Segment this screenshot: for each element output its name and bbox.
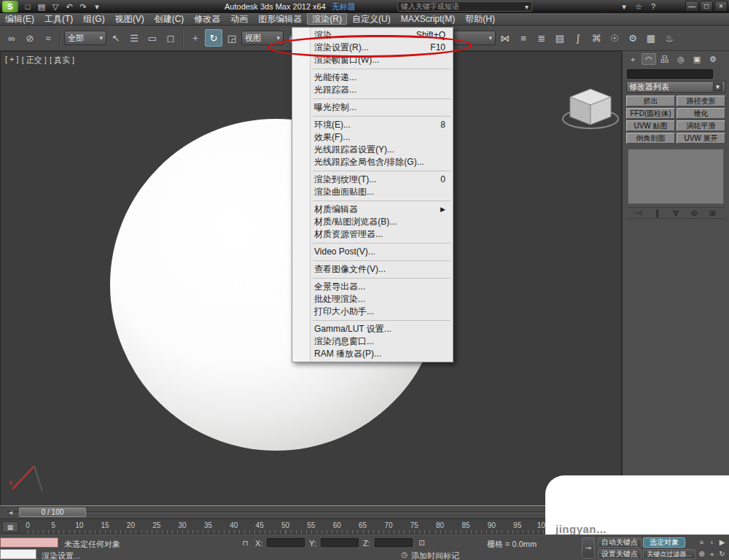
undo-icon[interactable]: ↶: [63, 1, 75, 12]
menu-bar-item[interactable]: 视图(V): [110, 13, 149, 25]
redo-icon[interactable]: ↷: [77, 1, 89, 12]
render-menu-item[interactable]: 打印大小助手...: [292, 306, 453, 318]
rendered-frame-icon[interactable]: ▦: [642, 29, 660, 47]
pan-icon[interactable]: ＋: [707, 549, 717, 559]
time-slider-handle[interactable]: 0 / 100: [19, 508, 86, 517]
make-unique-icon[interactable]: ∀: [669, 209, 682, 218]
zoom-icon[interactable]: ⊕: [697, 549, 706, 559]
viewport-menu-shading[interactable]: [ 真实 ]: [50, 55, 74, 66]
maximize-button[interactable]: □: [700, 1, 713, 12]
align-icon[interactable]: ≡: [515, 29, 532, 47]
render-menu-item[interactable]: 渲染消息窗口...: [292, 335, 453, 348]
modifier-button[interactable]: 涡轮平滑: [677, 120, 725, 131]
hierarchy-tab[interactable]: 品: [658, 53, 672, 65]
menu-bar-item[interactable]: MAXScript(M): [396, 13, 461, 25]
render-setup-icon[interactable]: ⚙: [624, 29, 642, 47]
view-cube[interactable]: [561, 81, 620, 133]
create-tab[interactable]: ＋: [625, 53, 640, 65]
render-menu-item[interactable]: 材质资源管理器...: [292, 228, 453, 241]
new-scene-icon[interactable]: □: [22, 1, 34, 12]
chevron-down-icon[interactable]: ▼: [713, 82, 722, 91]
close-button[interactable]: ×: [714, 1, 728, 12]
render-menu-item[interactable]: 效果(F)...: [292, 131, 453, 144]
bind-to-space-warp-icon[interactable]: ≈: [39, 29, 57, 47]
render-menu-item[interactable]: 材质/贴图浏览器(B)...: [292, 216, 453, 228]
maxscript-mini-listener[interactable]: [0, 549, 36, 559]
go-to-start-icon[interactable]: «: [697, 537, 706, 547]
search-icon[interactable]: ▾: [525, 3, 529, 11]
configure-modifier-sets-icon[interactable]: ⊞: [706, 209, 720, 218]
modifier-button[interactable]: FFD(圆柱体): [626, 108, 675, 119]
modifier-list-dropdown[interactable]: 修改器列表 ▼: [626, 81, 725, 93]
menu-bar-item[interactable]: 帮助(H): [460, 13, 500, 25]
favorites-icon[interactable]: ☆: [633, 1, 644, 12]
minimize-button[interactable]: —: [685, 1, 698, 12]
mini-curve-editor-icon[interactable]: ▦: [2, 521, 18, 532]
material-editor-icon[interactable]: ☉: [606, 29, 623, 47]
project-folder-icon[interactable]: ▾: [91, 1, 103, 12]
viewport-menu-general[interactable]: [ + ]: [5, 55, 19, 66]
render-menu-item[interactable]: 曝光控制...: [292, 101, 453, 114]
modify-tab[interactable]: ◠: [642, 53, 656, 65]
help-icon[interactable]: ?: [647, 1, 659, 12]
modifier-button[interactable]: UVW 贴图: [626, 120, 675, 131]
render-menu-item[interactable]: 渲染到纹理(T)...0: [292, 174, 453, 186]
coord-z-field[interactable]: [375, 538, 413, 547]
motion-tab[interactable]: ◎: [674, 53, 688, 65]
select-and-rotate-icon[interactable]: ↻: [205, 29, 222, 47]
play-icon[interactable]: ▶: [717, 537, 727, 547]
display-tab[interactable]: ▣: [690, 53, 704, 65]
render-menu-item[interactable]: Gamma/LUT 设置...: [292, 323, 453, 335]
curve-editor-icon[interactable]: ∫: [569, 29, 587, 47]
window-crossing-icon[interactable]: ◻: [162, 29, 179, 47]
render-menu-item[interactable]: 渲染曲面贴图...: [292, 186, 453, 198]
menu-bar-item[interactable]: 工具(T): [39, 13, 78, 25]
add-time-tag[interactable]: 添加时间标记: [411, 551, 459, 560]
communication-center-icon[interactable]: ▾: [618, 1, 630, 12]
selection-region-icon[interactable]: ▭: [144, 29, 161, 47]
render-menu-item[interactable]: 查看图像文件(V)...: [292, 263, 453, 276]
viewport-menu-pov[interactable]: [ 正交 ]: [22, 55, 47, 66]
menu-bar-item[interactable]: 组(G): [78, 13, 109, 25]
render-menu-item[interactable]: 光能传递...: [292, 71, 453, 84]
key-filters-button[interactable]: 关键点过滤器...: [643, 549, 695, 559]
modifier-button[interactable]: 倒角剖面: [626, 133, 675, 144]
orbit-icon[interactable]: ↻: [717, 549, 727, 559]
show-end-result-icon[interactable]: ∥: [651, 209, 664, 218]
select-and-scale-icon[interactable]: ◲: [223, 29, 241, 47]
modifier-button[interactable]: 路径变形: [677, 96, 725, 106]
select-object-icon[interactable]: ↖: [107, 29, 125, 47]
layer-manager-icon[interactable]: ≣: [533, 29, 550, 47]
select-and-move-icon[interactable]: ＋: [187, 29, 204, 47]
unlink-selection-icon[interactable]: ⊘: [21, 29, 39, 47]
graphite-ribbon-icon[interactable]: ▤: [551, 29, 569, 47]
set-key-button[interactable]: 设置关键点: [598, 549, 642, 559]
lock-selection-icon[interactable]: ⊓: [241, 538, 250, 548]
modifier-button[interactable]: UVW 展开: [677, 133, 725, 144]
modifier-button[interactable]: 锥化: [677, 108, 725, 119]
infocenter-search[interactable]: 键入关键字或短语 ▾: [397, 1, 532, 12]
select-and-link-icon[interactable]: ∞: [3, 29, 20, 47]
max-logo-icon[interactable]: S: [2, 1, 18, 12]
open-file-icon[interactable]: ▤: [36, 1, 47, 12]
render-production-icon[interactable]: ♨: [660, 29, 678, 47]
menu-bar-item[interactable]: 创建(C): [149, 13, 190, 25]
menu-bar-item[interactable]: 图形编辑器: [253, 13, 307, 25]
selection-filter-dropdown[interactable]: 全部▾: [64, 31, 106, 45]
select-by-name-icon[interactable]: ☰: [125, 29, 143, 47]
maxscript-macro-recorder[interactable]: [0, 537, 58, 548]
menu-bar-item[interactable]: 编辑(E): [0, 13, 39, 25]
mirror-icon[interactable]: ⋈: [496, 29, 514, 47]
object-name-field[interactable]: [627, 69, 713, 79]
auto-key-button[interactable]: 自动关键点: [598, 537, 642, 548]
render-menu-item[interactable]: Video Post(V)...: [292, 246, 453, 258]
remove-modifier-icon[interactable]: ⊖: [687, 209, 701, 218]
menu-bar-item[interactable]: 渲染(R): [307, 13, 347, 25]
render-menu-item[interactable]: 光线跟踪器设置(Y)...: [292, 144, 453, 156]
menu-bar-item[interactable]: 修改器: [189, 13, 225, 25]
menu-bar-item[interactable]: 动画: [225, 13, 253, 25]
render-menu-item[interactable]: 光线跟踪全局包含/排除(G)...: [292, 156, 453, 168]
render-menu-item[interactable]: 全景导出器...: [292, 281, 453, 293]
coord-y-field[interactable]: [321, 538, 359, 547]
pin-stack-icon[interactable]: ⊣: [632, 209, 645, 218]
